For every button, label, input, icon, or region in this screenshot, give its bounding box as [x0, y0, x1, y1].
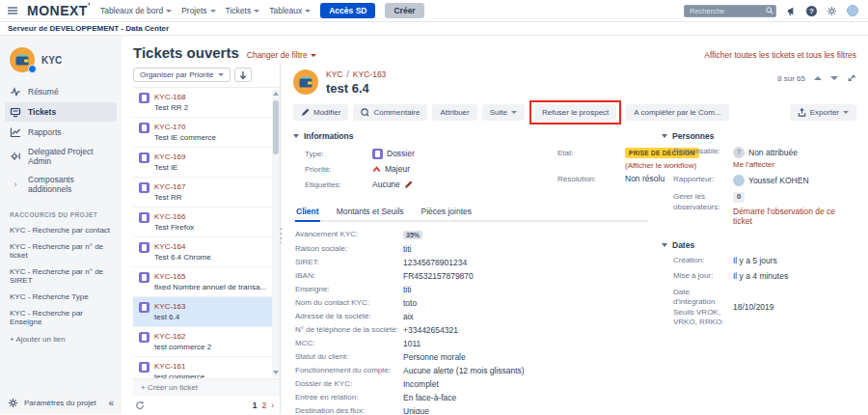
- collapse-sidebar-button[interactable]: «: [108, 398, 114, 408]
- sidebar-item-resume[interactable]: Résumé: [5, 82, 117, 101]
- labels-value[interactable]: Aucune: [372, 180, 413, 189]
- tickets-icon: [10, 106, 21, 118]
- reporter-value: Youssef KOHEN: [733, 175, 809, 186]
- field-row: Destination des flux:Unique: [295, 406, 648, 414]
- next-ticket-button[interactable]: [830, 76, 838, 80]
- integration-date-value: 18/10/2019: [733, 288, 774, 328]
- topnav-tickets[interactable]: Tickets: [226, 6, 260, 15]
- shortcut-recherche-type[interactable]: KYC - Recherche Type: [0, 289, 122, 305]
- comment-button[interactable]: Commentaire: [353, 104, 427, 121]
- list-item[interactable]: KYC-162test commerce 2: [133, 327, 280, 357]
- assign-to-me-link[interactable]: Me l'affecter: [733, 160, 856, 169]
- watchers-count-badge[interactable]: 0: [733, 192, 745, 203]
- breadcrumb-ticket-link[interactable]: KYC-163: [353, 69, 387, 79]
- environment-banner: Serveur de DEVELOPPEMENT - Data Center: [0, 22, 868, 36]
- section-informations[interactable]: Informations: [293, 131, 648, 141]
- project-sidebar: KYC Résumé Tickets Rapports Delegated Pr…: [0, 36, 122, 414]
- ticket-type-icon: [139, 93, 149, 103]
- sidebar-item-delegated-admin[interactable]: Delegated Project Admin: [5, 143, 117, 170]
- list-item[interactable]: KYC-167Test RR: [133, 178, 280, 208]
- feedback-icon[interactable]: [786, 6, 797, 16]
- breadcrumb-project-link[interactable]: KYC: [326, 69, 342, 79]
- reports-icon: [10, 126, 21, 138]
- pencil-icon[interactable]: [404, 180, 413, 189]
- project-avatar: [10, 47, 35, 72]
- refuse-prospect-button[interactable]: Refuser le prospect: [534, 104, 616, 121]
- pane-resize-handle[interactable]: [280, 228, 282, 243]
- shortcut-recherche-ticket[interactable]: KYC - Recherche par n° de ticket: [0, 238, 122, 263]
- ticket-type-icon: [139, 182, 149, 193]
- list-item[interactable]: KYC-165fixed Nombre annuel de transa...: [133, 267, 280, 297]
- page-title: Tickets ouverts: [133, 44, 239, 61]
- tab-pieces-jointes[interactable]: Pièces jointes: [420, 204, 473, 220]
- shortcut-recherche-enseigne[interactable]: KYC - Recherche par Enseigne: [0, 305, 122, 330]
- page-1[interactable]: 1: [253, 401, 258, 410]
- top-navbar: MONEXT’ Tableaux de bord Projets Tickets…: [0, 0, 868, 22]
- app-logo[interactable]: MONEXT’: [27, 3, 91, 18]
- project-settings-link[interactable]: Paramètres du projet: [24, 399, 96, 407]
- list-item[interactable]: KYC-166Test Firefox: [133, 208, 280, 237]
- expand-icon[interactable]: [847, 73, 856, 83]
- search-input[interactable]: [684, 5, 776, 17]
- tab-montants-et-seuils[interactable]: Montants et Seuils: [336, 204, 405, 220]
- help-icon[interactable]: [806, 6, 817, 16]
- start-watching-link[interactable]: Démarre l'observation de ce ticket: [733, 207, 856, 227]
- logo-text: MONEXT: [27, 3, 88, 18]
- settings-gear-icon[interactable]: [827, 6, 837, 16]
- add-link-button[interactable]: + Ajouter un lien: [0, 330, 122, 348]
- complete-by-com-button[interactable]: A compléter par le Com...: [626, 104, 728, 121]
- sort-direction-button[interactable]: [234, 68, 252, 82]
- create-ticket-button[interactable]: + Créer un ticket: [133, 378, 280, 396]
- field-row: Avancement KYC:35%: [295, 230, 648, 241]
- acces-sd-button[interactable]: Accès SD: [320, 3, 375, 18]
- user-avatar[interactable]: [847, 5, 858, 16]
- collapse-icon: [662, 134, 667, 138]
- assign-button[interactable]: Attribuer: [432, 104, 476, 121]
- topnav-tableaux[interactable]: Tableaux: [269, 6, 311, 15]
- list-item[interactable]: KYC-170Test IE commerce: [133, 118, 280, 148]
- show-all-tickets-link[interactable]: Afficher toutes les tickets et tous les …: [704, 50, 856, 60]
- section-personnes[interactable]: Personnes: [662, 131, 856, 141]
- workflow-suite-button[interactable]: Suite: [482, 104, 525, 121]
- list-item[interactable]: KYC-168Test RR 2: [133, 88, 280, 118]
- shortcut-recherche-contact[interactable]: KYC - Recherche par contact: [0, 222, 122, 238]
- sort-select[interactable]: Organiser par Priorité: [133, 68, 231, 82]
- page-next[interactable]: ›: [271, 401, 274, 410]
- collapse-icon: [293, 134, 299, 138]
- scrollbar-thumb[interactable]: [273, 100, 279, 154]
- tab-client[interactable]: Client: [295, 204, 320, 222]
- edit-button[interactable]: Modifier: [293, 104, 348, 121]
- refresh-icon[interactable]: [135, 401, 145, 410]
- collapse-icon: [662, 243, 667, 247]
- change-filter-button[interactable]: Changer de filtre: [247, 50, 316, 60]
- scroll-up-icon[interactable]: [273, 92, 279, 96]
- list-item[interactable]: KYC-161test commerce: [133, 357, 280, 378]
- sidebar-item-tickets[interactable]: Tickets: [5, 102, 117, 122]
- list-item-selected[interactable]: KYC-163test 6.4: [133, 297, 280, 327]
- topnav-tableaux-de-bord[interactable]: Tableaux de bord: [100, 6, 172, 15]
- list-scrollbar[interactable]: [272, 89, 280, 377]
- field-row: Enseigne:titi: [295, 285, 648, 295]
- topnav-projets[interactable]: Projets: [181, 6, 215, 15]
- list-item[interactable]: KYC-169Test IE: [133, 148, 280, 178]
- menu-icon[interactable]: [8, 7, 17, 14]
- scroll-down-icon[interactable]: [273, 371, 279, 374]
- ticket-type-icon: [139, 242, 149, 253]
- section-dates[interactable]: Dates: [662, 240, 856, 250]
- shortcut-recherche-siret[interactable]: KYC - Recherche par n° de SIRET: [0, 263, 122, 289]
- field-row: MCC:1011: [295, 339, 648, 349]
- ticket-type-icon: [139, 302, 149, 313]
- list-item[interactable]: KYC-164Test 6.4 Chrome: [133, 237, 280, 267]
- position-indicator: 8 sur 65: [777, 74, 805, 83]
- previous-ticket-button[interactable]: [814, 76, 822, 80]
- create-button[interactable]: Créer: [385, 3, 423, 18]
- sidebar-item-composants[interactable]: › Composants additionnels: [5, 171, 117, 198]
- chevron-down-icon: [511, 111, 517, 114]
- chevron-down-icon: [166, 10, 172, 13]
- search-icon: [766, 7, 773, 14]
- export-button[interactable]: Exporter: [790, 104, 856, 121]
- page-2[interactable]: 2: [261, 401, 266, 410]
- project-name: KYC: [41, 55, 62, 66]
- project-header[interactable]: KYC: [0, 36, 122, 82]
- sidebar-item-rapports[interactable]: Rapports: [5, 123, 117, 142]
